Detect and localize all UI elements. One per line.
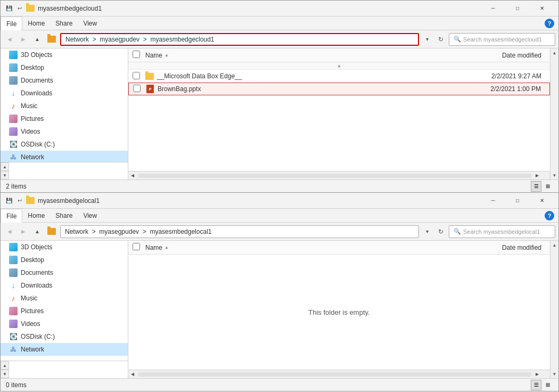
close-button-2[interactable]: ✕: [530, 193, 554, 209]
dropdown-button-2[interactable]: ▾: [421, 226, 433, 238]
sidebar-item-downloads-2[interactable]: ↓ Downloads: [1, 279, 128, 292]
file-row-brownbag[interactable]: P BrownBag.pptx 2/2/2021 1:00 PM: [128, 83, 550, 95]
back-button-1[interactable]: ◀: [4, 34, 15, 45]
main-area-2: 3D Objects Desktop Documents ↓ Downloads…: [1, 241, 558, 378]
sidebar-item-pictures-1[interactable]: Pictures: [1, 112, 128, 125]
sidebar-scroll-up-2[interactable]: ▲: [1, 361, 9, 370]
up-button-2[interactable]: ▲: [31, 226, 43, 238]
window-1: 💾 ↩ myasesmbedgecloud1 ─ □ ✕ File Home S…: [0, 0, 559, 193]
title-bar-1: 💾 ↩ myasesmbedgecloud1 ─ □ ✕: [1, 1, 558, 17]
sidebar-item-network-2[interactable]: 🖧 Network: [1, 343, 128, 356]
ribbon-tab-share-1[interactable]: Share: [50, 17, 78, 30]
select-all-checkbox-2[interactable]: [133, 243, 140, 250]
ribbon-tab-home-1[interactable]: Home: [22, 17, 50, 30]
sidebar-item-pictures-2[interactable]: Pictures: [1, 305, 128, 317]
downloads-icon-2: ↓: [9, 281, 18, 290]
ribbon-tab-file-2[interactable]: File: [1, 209, 22, 223]
h-scroll-left-2[interactable]: ◀: [128, 370, 137, 379]
ribbon-tab-file-1[interactable]: File: [1, 17, 22, 30]
h-scroll-right-2[interactable]: ▶: [533, 370, 541, 379]
address-input-1[interactable]: [60, 33, 419, 46]
file-row-databox-1[interactable]: __Microsoft Data Box Edge__ 2/2/2021 9:2…: [128, 70, 550, 83]
help-button-1[interactable]: ?: [545, 19, 554, 28]
grid-view-btn-1[interactable]: ⊞: [542, 181, 553, 192]
search-icon-1: 🔍: [454, 36, 461, 43]
details-view-btn-2[interactable]: ☰: [531, 380, 541, 390]
sidebar-item-videos-2[interactable]: Videos: [1, 317, 128, 330]
sidebar-item-music-2[interactable]: ♪ Music: [1, 292, 128, 305]
music-icon-1: ♪: [9, 102, 18, 110]
sidebar-item-desktop-2[interactable]: Desktop: [1, 254, 128, 266]
sidebar-scroll-up-1[interactable]: ▲: [1, 162, 9, 171]
sidebar-item-downloads-1[interactable]: ↓ Downloads: [1, 87, 128, 100]
col-date-header-2[interactable]: Date modified: [450, 244, 546, 251]
maximize-button-2[interactable]: □: [505, 193, 530, 209]
dropdown-button-1[interactable]: ▾: [421, 34, 433, 45]
ribbon-tab-share-2[interactable]: Share: [50, 209, 78, 222]
details-view-btn-1[interactable]: ☰: [531, 181, 541, 192]
window-icon-undo: ↩: [15, 4, 24, 13]
select-all-checkbox-1[interactable]: [133, 51, 140, 58]
file-checkbox-databox[interactable]: [133, 72, 140, 79]
search-box-2[interactable]: 🔍 Search myasesmbedgelocal1: [449, 225, 555, 238]
sidebar-item-3dobjects-2[interactable]: 3D Objects: [1, 241, 128, 254]
maximize-button-1[interactable]: □: [505, 1, 530, 17]
sidebar-label-pictures-2: Pictures: [21, 307, 44, 315]
osdisk-icon-1: 💽: [9, 140, 18, 149]
refresh-button-1[interactable]: ↻: [435, 34, 447, 45]
sidebar-item-network-1[interactable]: 🖧 Network: [1, 151, 128, 162]
sidebar-scroll-down-1[interactable]: ▼: [1, 171, 9, 179]
file-checkbox-brownbag[interactable]: [133, 85, 141, 92]
sidebar-item-documents-1[interactable]: Documents: [1, 74, 128, 87]
search-box-1[interactable]: 🔍 Search myasesmbedgecloud1: [449, 33, 555, 46]
file-list-1: ▲ __Microsoft Data Box Edge__ 2/2/2021 9…: [128, 62, 550, 171]
help-button-2[interactable]: ?: [545, 211, 554, 220]
status-text-2: 0 items: [6, 381, 27, 389]
ribbon-tab-home-2[interactable]: Home: [22, 209, 50, 222]
v-scroll-up-1[interactable]: ▲: [550, 48, 558, 57]
col-date-header-1[interactable]: Date modified: [450, 52, 546, 59]
desktop-icon-2: [9, 256, 18, 264]
sidebar-item-desktop-1[interactable]: Desktop: [1, 61, 128, 74]
col-name-header-2[interactable]: Name ▲: [145, 244, 450, 251]
forward-button-1[interactable]: ▶: [18, 34, 29, 45]
title-bar-icon-group: 💾 ↩: [5, 4, 35, 13]
sidebar-scroll-area-2: 3D Objects Desktop Documents ↓ Downloads…: [1, 241, 128, 361]
sidebar-item-3dobjects-1[interactable]: 3D Objects: [1, 48, 128, 61]
sidebar-item-osdisk-2[interactable]: 💽 OSDisk (C:): [1, 330, 128, 343]
h-scroll-left-1[interactable]: ◀: [128, 172, 137, 180]
window-1-title: myasesmbedgecloud1: [38, 5, 481, 12]
file-name-databox: __Microsoft Data Box Edge__: [157, 72, 450, 80]
h-scroll-right-1[interactable]: ▶: [533, 172, 541, 180]
column-header-1: Name ▲ Date modified: [128, 48, 550, 62]
sidebar-scroll-down-2[interactable]: ▼: [1, 370, 9, 378]
file-checkbox-col-2: [133, 85, 146, 94]
v-scroll-up-2[interactable]: ▲: [550, 241, 558, 249]
v-scroll-down-2[interactable]: ▼: [550, 370, 558, 378]
ribbon-tab-view-1[interactable]: View: [78, 17, 102, 30]
forward-button-2[interactable]: ▶: [18, 226, 29, 238]
videos-icon-2: [9, 320, 18, 328]
col-name-header-1[interactable]: Name ▲: [145, 52, 450, 59]
grid-view-btn-2[interactable]: ⊞: [542, 380, 553, 390]
sidebar-item-videos-1[interactable]: Videos: [1, 125, 128, 138]
music-icon-2: ♪: [9, 294, 18, 303]
refresh-button-2[interactable]: ↻: [435, 226, 447, 238]
v-scroll-2: ▲ ▼: [550, 241, 558, 378]
search-placeholder-2: Search myasesmbedgelocal1: [463, 228, 540, 235]
up-button-1[interactable]: ▲: [31, 34, 43, 45]
sidebar-item-osdisk-1[interactable]: 💽 OSDisk (C:): [1, 138, 128, 151]
sidebar-item-documents-2[interactable]: Documents: [1, 266, 128, 279]
close-button-1[interactable]: ✕: [530, 1, 554, 17]
minimize-button-1[interactable]: ─: [481, 1, 505, 17]
ribbon-tab-view-2[interactable]: View: [78, 209, 102, 222]
address-input-2[interactable]: [60, 225, 419, 238]
title-bar-icon-group-2: 💾 ↩: [5, 197, 35, 205]
back-button-2[interactable]: ◀: [4, 226, 15, 238]
3d-objects-icon-2: [9, 243, 18, 251]
v-scroll-down-1[interactable]: ▼: [550, 171, 558, 179]
sidebar-item-music-1[interactable]: ♪ Music: [1, 100, 128, 112]
sidebar-1: 3D Objects Desktop Documents ↓ Downloads…: [1, 48, 128, 179]
content-scroll-up-1[interactable]: ▲: [128, 62, 550, 70]
minimize-button-2[interactable]: ─: [481, 193, 505, 209]
